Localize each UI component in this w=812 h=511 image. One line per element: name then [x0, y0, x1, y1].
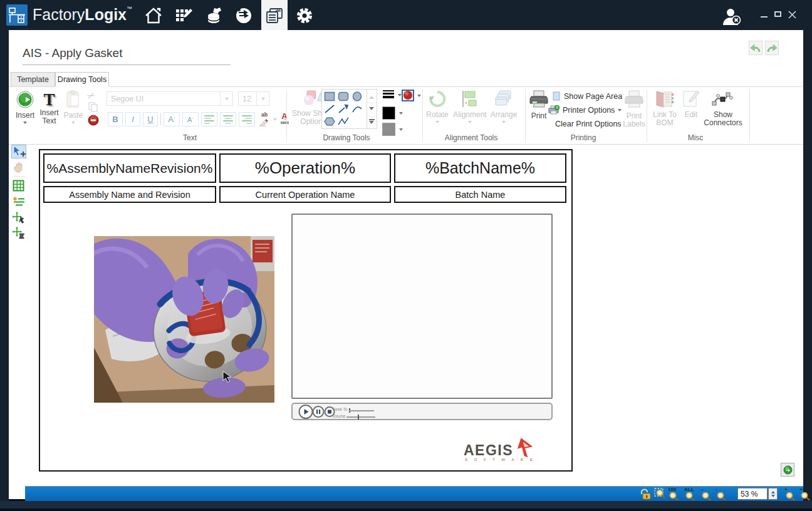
spinner-up-icon[interactable] — [771, 489, 775, 493]
grid-toggle-button[interactable] — [13, 180, 25, 192]
image-fill-button[interactable] — [402, 89, 421, 102]
cut-icon[interactable]: ✂ — [87, 90, 98, 100]
gallery-scroll-down[interactable] — [367, 103, 377, 116]
alignment-group-label: Alignment Tools — [445, 133, 498, 142]
redo-button[interactable] — [765, 41, 779, 55]
document-editor-icon[interactable] — [265, 6, 284, 25]
printer-options-button[interactable]: ? Printer Options — [548, 105, 622, 116]
paste-label: Paste — [62, 111, 85, 120]
spinner-down-icon[interactable] — [771, 495, 775, 499]
shape-hexagon[interactable] — [323, 115, 336, 128]
shape-arrow[interactable] — [336, 103, 350, 115]
refresh-view-button[interactable] — [781, 463, 794, 477]
grow-font-button[interactable]: Aˆ — [164, 112, 180, 126]
insert-text-button[interactable]: T Insert Text — [38, 90, 61, 125]
home-icon[interactable] — [144, 6, 163, 25]
page-icon — [553, 91, 560, 101]
print-labels-label: Print Labels — [622, 112, 646, 128]
move-node-tool-button[interactable] — [13, 212, 25, 225]
zoom-spinner[interactable] — [768, 488, 778, 500]
form-designer-icon[interactable] — [174, 6, 193, 25]
tab-template[interactable]: Template — [11, 72, 55, 86]
show-connectors-button[interactable]: Show Connectors — [703, 90, 743, 127]
volume-slider-track[interactable] — [346, 416, 375, 418]
field-assembly-token[interactable]: %AssemblyNameRevision% — [43, 153, 216, 183]
zoom-selection-icon[interactable] — [654, 488, 667, 500]
print-button[interactable]: Print — [527, 90, 551, 120]
printer-options-label: Printer Options — [563, 106, 615, 115]
chevron-down-icon — [417, 95, 421, 97]
field-operation-token[interactable]: %Operation% — [219, 153, 391, 183]
zoom-all-button[interactable]: ALL — [684, 487, 699, 500]
zoom-out-button[interactable]: - — [716, 487, 729, 500]
clear-print-options-button[interactable]: Clear Print Options — [555, 120, 622, 128]
document-title-input[interactable]: AIS - Apply Gasket — [23, 46, 122, 60]
misc-group-label: Misc — [688, 133, 704, 142]
zoom-level-input[interactable]: 53 % — [737, 488, 768, 500]
seek-label: Seek To — [333, 407, 347, 411]
move-shape-tool-button[interactable] — [13, 227, 25, 240]
edit-button[interactable]: Edit — [680, 90, 702, 119]
zoom-100-button[interactable]: 100 — [668, 487, 683, 500]
zoom-out-fast-label: -- — [700, 487, 716, 492]
data-transfer-icon[interactable] — [234, 6, 253, 25]
field-assembly-caption[interactable]: Assembly Name and Revision — [43, 186, 216, 203]
fill-color-button[interactable] — [382, 123, 403, 136]
bold-button[interactable]: B — [108, 112, 123, 126]
undo-button[interactable] — [749, 41, 763, 55]
insert-text-label: Insert Text — [38, 109, 61, 125]
zoom-in-fast-button[interactable]: ++ — [799, 487, 812, 500]
shape-arc[interactable] — [350, 103, 364, 115]
line-style-button[interactable] — [382, 90, 402, 101]
line-color-button[interactable] — [382, 106, 403, 120]
ribbon-bottom-line — [9, 144, 803, 145]
zoom-out-fast-button[interactable]: -- — [700, 487, 716, 500]
font-family-select[interactable]: Segoe UI — [107, 91, 233, 106]
shape-rounded-rectangle[interactable] — [336, 90, 350, 103]
settings-gear-icon[interactable] — [295, 6, 314, 25]
close-button[interactable] — [788, 10, 796, 18]
rotate-button[interactable]: Rotate — [425, 90, 450, 123]
italic-button[interactable]: I — [125, 112, 140, 126]
field-batch-token[interactable]: %BatchName% — [394, 153, 566, 183]
paste-button[interactable]: Paste — [62, 90, 85, 124]
tab-drawing-tools[interactable]: Drawing Tools — [55, 72, 109, 86]
alignment-button[interactable]: Alignment — [451, 90, 489, 123]
print-labels-button[interactable]: Print Labels — [622, 90, 646, 128]
minimize-button[interactable] — [761, 16, 768, 18]
snap-lines-button[interactable] — [13, 196, 25, 208]
alignment-label: Alignment — [451, 111, 489, 119]
shape-line[interactable] — [323, 103, 336, 115]
font-size-select[interactable]: 12 — [238, 91, 269, 106]
align-left-button[interactable] — [201, 112, 217, 126]
align-center-button[interactable] — [220, 112, 236, 126]
video-display-area[interactable] — [291, 214, 553, 399]
user-logout-icon[interactable] — [722, 8, 743, 25]
gallery-scroll-up[interactable] — [367, 90, 377, 103]
arrange-button[interactable]: Arrange — [489, 90, 519, 123]
zoom-in-button[interactable]: + — [784, 487, 798, 500]
shrink-font-button[interactable]: Aˇ — [182, 112, 199, 126]
shape-ellipse[interactable] — [350, 90, 364, 103]
shape-rectangle[interactable] — [323, 90, 336, 103]
show-page-area-button[interactable]: Show Page Area — [553, 91, 622, 101]
maximize-button[interactable] — [774, 11, 781, 17]
align-right-button[interactable] — [239, 112, 255, 126]
field-batch-caption[interactable]: Batch Name — [394, 186, 566, 203]
highlight-button[interactable]: ab — [258, 112, 271, 126]
insert-button[interactable]: Insert — [14, 90, 36, 124]
shape-polyline[interactable] — [336, 115, 350, 128]
gallery-more-button[interactable] — [367, 116, 377, 129]
seek-slider-track[interactable] — [349, 410, 374, 411]
unlock-icon[interactable] — [639, 488, 652, 500]
copy-icon[interactable] — [88, 102, 100, 112]
stop-record-button[interactable] — [88, 115, 99, 126]
field-operation-caption[interactable]: Current Operation Name — [219, 186, 391, 203]
underline-button[interactable]: U — [143, 112, 158, 126]
volume-slider-thumb[interactable] — [358, 415, 359, 420]
link-to-bom-button[interactable]: Link To BOM — [650, 90, 679, 127]
pan-tool-button[interactable] — [13, 162, 25, 173]
instruction-photo[interactable] — [94, 236, 274, 403]
materials-icon[interactable] — [204, 6, 223, 25]
select-tool-button[interactable] — [11, 145, 26, 158]
